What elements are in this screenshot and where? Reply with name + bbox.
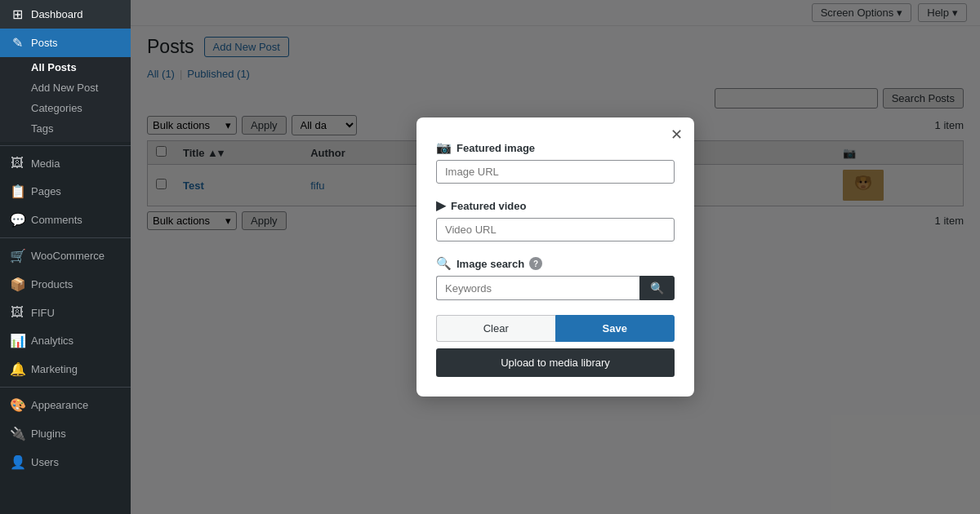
submenu-add-new-post[interactable]: Add New Post [0,78,131,98]
modal-btn-row: Clear Save [436,315,675,342]
keywords-input[interactable] [436,276,639,300]
sidebar-item-label: WooCommerce [31,250,105,262]
analytics-icon: 📊 [10,333,24,348]
sidebar-item-label: Dashboard [31,8,83,20]
sidebar-item-fifu[interactable]: 🖼 FIFU [0,299,131,326]
woocommerce-icon: 🛒 [10,248,24,264]
appearance-icon: 🎨 [10,397,24,413]
sidebar-item-appearance[interactable]: 🎨 Appearance [0,391,131,419]
image-search-button[interactable]: 🔍 [639,276,675,300]
submenu-tags[interactable]: Tags [0,118,131,139]
marketing-icon: 🔔 [10,361,24,377]
submenu-all-posts[interactable]: All Posts [0,57,131,78]
sidebar-item-pages[interactable]: 📋 Pages [0,177,131,206]
users-icon: 👤 [10,454,24,470]
save-button[interactable]: Save [555,315,675,342]
image-url-input[interactable] [436,160,675,184]
upload-to-media-library-button[interactable]: Upload to media library [436,348,675,377]
image-search-label: 🔍 Image search ? [436,256,675,271]
video-url-input[interactable] [436,218,675,241]
modal-close-button[interactable]: ✕ [670,127,683,142]
sidebar-item-label: Media [31,157,60,170]
featured-video-section: ▶ Featured video [436,198,675,241]
products-icon: 📦 [10,277,24,292]
sidebar-item-label: Plugins [31,428,66,440]
posts-submenu: All Posts Add New Post Categories Tags [0,57,131,142]
sidebar-item-dashboard[interactable]: ⊞ Dashboard [0,0,131,29]
sidebar-item-label: Appearance [31,399,88,411]
sidebar-item-label: Products [31,278,73,290]
sidebar-item-plugins[interactable]: 🔌 Plugins [0,419,131,448]
main-content: Screen Options ▾ Help ▾ Posts Add New Po… [131,0,980,514]
help-icon[interactable]: ? [529,257,542,270]
sidebar-item-woocommerce[interactable]: 🛒 WooCommerce [0,241,131,270]
pages-icon: 📋 [10,184,24,199]
sidebar-item-products[interactable]: 📦 Products [0,270,131,299]
camera-icon: 📷 [436,140,452,155]
sidebar-item-posts[interactable]: ✎ Posts [0,29,131,57]
image-search-row: 🔍 [436,276,675,300]
fifu-icon: 🖼 [10,305,24,320]
sidebar-item-label: Marketing [31,363,78,375]
video-icon: ▶ [436,198,446,213]
search-icon: 🔍 [650,281,664,295]
sidebar-item-media[interactable]: 🖼 Media [0,149,131,177]
modal-footer: Clear Save Upload to media library [436,315,675,377]
sidebar-item-label: FIFU [31,307,55,319]
sidebar-item-label: Users [31,456,59,468]
sidebar-item-marketing[interactable]: 🔔 Marketing [0,355,131,383]
dashboard-icon: ⊞ [10,7,24,22]
sidebar-item-label: Comments [31,214,82,226]
modal-overlay: ✕ 📷 Featured image ▶ Featured video [131,0,980,514]
sidebar-item-analytics[interactable]: 📊 Analytics [0,326,131,355]
submenu-categories[interactable]: Categories [0,98,131,118]
image-search-section: 🔍 Image search ? 🔍 [436,256,675,300]
sidebar-item-users[interactable]: 👤 Users [0,448,131,476]
featured-image-modal: ✕ 📷 Featured image ▶ Featured video [416,117,694,397]
sidebar-item-label: Analytics [31,335,74,347]
sidebar: ⊞ Dashboard ✎ Posts All Posts Add New Po… [0,0,131,514]
posts-icon: ✎ [10,35,24,51]
featured-image-label: 📷 Featured image [436,140,675,155]
featured-video-label: ▶ Featured video [436,198,675,213]
featured-image-section: 📷 Featured image [436,140,675,184]
sidebar-item-label: Posts [31,37,58,49]
media-icon: 🖼 [10,156,24,171]
plugins-icon: 🔌 [10,426,24,441]
comments-icon: 💬 [10,212,24,228]
sidebar-item-label: Pages [31,185,61,197]
clear-button[interactable]: Clear [436,315,555,342]
sidebar-item-comments[interactable]: 💬 Comments [0,206,131,234]
search-label-icon: 🔍 [436,256,452,271]
